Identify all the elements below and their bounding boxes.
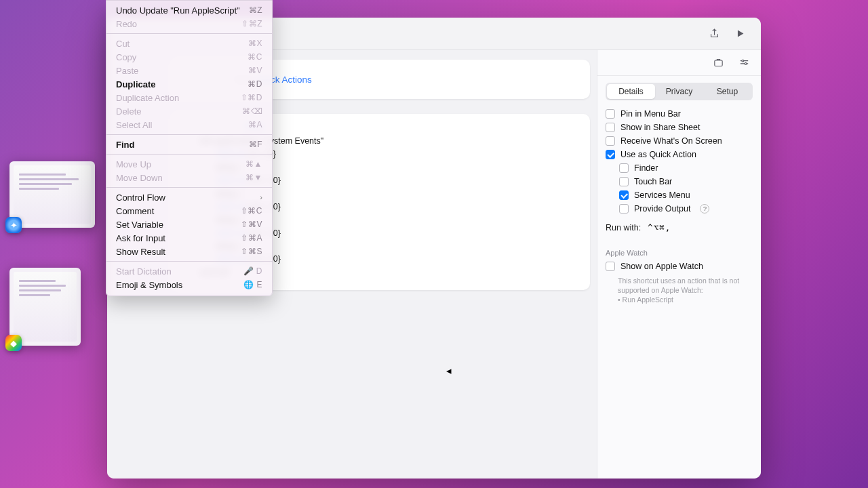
checkbox-output[interactable] <box>619 204 629 214</box>
stage-thumb-shortcuts[interactable]: ◆ <box>9 268 81 346</box>
stage-thumb-safari[interactable]: ✦ <box>9 161 95 228</box>
apple-watch-title: Apple Watch <box>606 249 753 257</box>
menu-item: Duplicate Action⇧⌘D <box>106 91 272 104</box>
checkbox-receive-screen[interactable] <box>606 136 615 146</box>
menu-item[interactable]: Find⌘F <box>106 138 272 151</box>
help-icon[interactable]: ? <box>700 204 709 214</box>
shortcuts-icon: ◆ <box>5 335 22 351</box>
inspector-panel: Details Privacy Setup Pin in Menu Bar Sh… <box>597 50 761 479</box>
checkbox-quick-action[interactable] <box>606 150 615 159</box>
menu-item: Move Up⌘▲ <box>106 157 272 171</box>
checkbox-apple-watch[interactable] <box>606 262 615 271</box>
safari-icon: ✦ <box>5 217 22 233</box>
svg-point-1 <box>741 60 743 62</box>
menu-item: Delete⌘⌫ <box>106 104 272 118</box>
svg-rect-0 <box>714 60 722 66</box>
menu-item[interactable]: Undo Update "Run AppleScript"⌘Z <box>106 3 272 17</box>
checkbox-pin[interactable] <box>606 109 615 119</box>
menu-item[interactable]: Set Variable⇧⌘V <box>106 218 272 231</box>
menu-item: Move Down⌘▼ <box>106 171 272 184</box>
library-button[interactable] <box>709 55 727 71</box>
menu-item[interactable]: Emoji & Symbols🌐 E <box>106 278 272 291</box>
inspector-tabs[interactable]: Details Privacy Setup <box>606 83 753 100</box>
menu-item: Select All⌘A <box>106 118 272 131</box>
tab-privacy[interactable]: Privacy <box>655 84 703 99</box>
menu-item: Paste⌘V <box>106 64 272 77</box>
menu-item: Start Dictation🎤 D <box>106 264 272 278</box>
run-with-row[interactable]: Run with: ^⌥⌘, <box>606 216 753 239</box>
checkbox-touchbar[interactable] <box>619 177 629 186</box>
menu-item: Cut⌘X <box>106 37 272 50</box>
edit-menu[interactable]: Undo Update "Run AppleScript"⌘ZRedo⇧⌘ZCu… <box>106 0 273 296</box>
menu-item[interactable]: Control Flow› <box>106 190 272 204</box>
checkbox-share-sheet[interactable] <box>606 123 615 132</box>
checkbox-services[interactable] <box>619 190 629 200</box>
menu-item[interactable]: Duplicate⌘D <box>106 77 272 91</box>
apple-watch-note: This shortcut uses an action that is not… <box>606 276 753 305</box>
menu-item[interactable]: Show Result⇧⌘S <box>106 245 272 258</box>
menu-item[interactable]: Comment⇧⌘C <box>106 204 272 218</box>
menu-item[interactable]: Ask for Input⇧⌘A <box>106 231 272 245</box>
inspector-toggle-button[interactable] <box>735 55 753 71</box>
tab-setup[interactable]: Setup <box>703 84 751 99</box>
tab-details[interactable]: Details <box>607 84 655 99</box>
run-button[interactable] <box>730 25 750 43</box>
share-button[interactable] <box>704 25 724 43</box>
menu-item: Copy⌘C <box>106 50 272 64</box>
checkbox-finder[interactable] <box>619 163 629 173</box>
menu-item: Redo⇧⌘Z <box>106 17 272 30</box>
svg-point-2 <box>745 63 747 65</box>
cursor-icon: ◂ <box>446 365 452 377</box>
